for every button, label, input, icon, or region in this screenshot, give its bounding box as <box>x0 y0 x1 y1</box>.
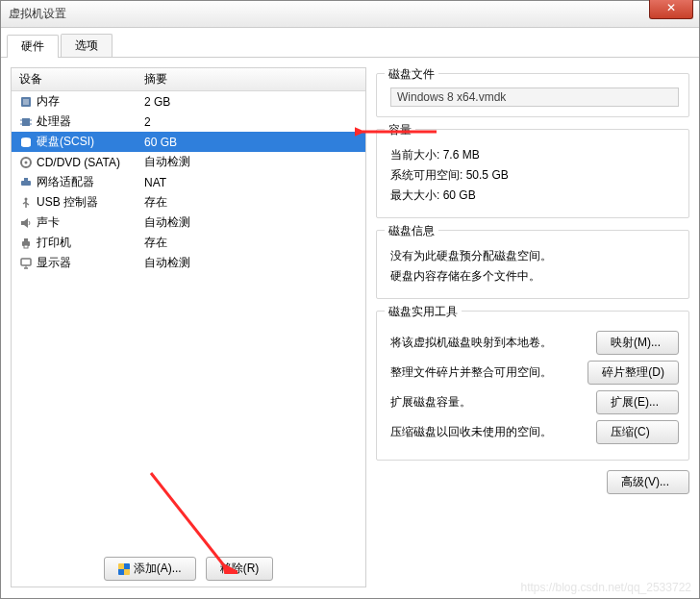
tab-options[interactable]: 选项 <box>61 34 112 57</box>
diskfile-input[interactable] <box>390 87 679 107</box>
group-capacity: 容量 当前大小: 7.6 MB 系统可用空间: 50.5 GB 最大大小: 60… <box>376 129 689 218</box>
map-label: 将该虚拟机磁盘映射到本地卷。 <box>390 335 552 351</box>
group-title-diskfile: 磁盘文件 <box>385 66 438 83</box>
svg-rect-2 <box>22 118 30 126</box>
device-name: 内存 <box>37 93 60 110</box>
group-diskinfo: 磁盘信息 没有为此硬盘预分配磁盘空间。 硬盘内容存储在多个文件中。 <box>376 230 689 299</box>
device-summary: 自动检测 <box>137 253 365 273</box>
current-size-label: 当前大小: <box>390 148 439 162</box>
free-space-label: 系统可用空间: <box>390 168 462 182</box>
device-summary: 存在 <box>137 192 365 212</box>
group-tools: 磁盘实用工具 将该虚拟机磁盘映射到本地卷。映射(M)... 整理文件碎片并整合可… <box>376 311 689 461</box>
device-name: 打印机 <box>37 235 71 251</box>
device-row[interactable]: 网络适配器NAT <box>12 172 365 192</box>
expand-label: 扩展磁盘容量。 <box>390 394 471 411</box>
device-row[interactable]: 显示器自动检测 <box>12 253 365 273</box>
device-name: 网络适配器 <box>37 174 94 190</box>
device-summary: 2 GB <box>137 91 365 112</box>
watermark: https://blog.csdn.net/qq_2533722 <box>521 581 691 594</box>
tabstrip: 硬件 选项 <box>1 28 699 58</box>
expand-button[interactable]: 扩展(E)... <box>596 390 679 414</box>
svg-rect-1 <box>23 99 29 105</box>
device-row[interactable]: 硬盘(SCSI)60 GB <box>12 132 365 152</box>
device-summary: 存在 <box>137 233 365 253</box>
tab-hardware[interactable]: 硬件 <box>7 35 59 58</box>
defrag-label: 整理文件碎片并整合可用空间。 <box>390 364 552 381</box>
diskinfo-line2: 硬盘内容存储在多个文件中。 <box>390 268 679 285</box>
col-device[interactable]: 设备 <box>12 68 137 91</box>
device-row[interactable]: USB 控制器存在 <box>12 192 365 212</box>
svg-rect-19 <box>24 238 28 241</box>
device-summary: 2 <box>137 112 365 132</box>
add-button[interactable]: 添加(A)... <box>104 557 196 581</box>
compact-button[interactable]: 压缩(C) <box>596 420 679 444</box>
device-panel: 设备 摘要 内存2 GB处理器2硬盘(SCSI)60 GBCD/DVD (SAT… <box>11 67 366 587</box>
group-title-tools: 磁盘实用工具 <box>385 304 462 320</box>
titlebar: 虚拟机设置 ✕ <box>1 1 699 28</box>
defrag-button[interactable]: 碎片整理(D) <box>588 361 679 385</box>
device-row[interactable]: CD/DVD (SATA)自动检测 <box>12 152 365 172</box>
device-row[interactable]: 内存2 GB <box>12 91 365 112</box>
svg-point-11 <box>25 161 28 163</box>
svg-rect-21 <box>21 259 31 265</box>
device-name: 硬盘(SCSI) <box>37 134 94 150</box>
device-name: 处理器 <box>37 113 71 130</box>
remove-button[interactable]: 移除(R) <box>206 557 274 581</box>
device-name: 显示器 <box>37 255 71 271</box>
device-name: 声卡 <box>37 214 60 231</box>
device-name: CD/DVD (SATA) <box>37 156 120 169</box>
device-row[interactable]: 打印机存在 <box>12 233 365 253</box>
device-table: 设备 摘要 内存2 GB处理器2硬盘(SCSI)60 GBCD/DVD (SAT… <box>12 68 365 273</box>
advanced-button[interactable]: 高级(V)... <box>607 470 689 494</box>
group-title-diskinfo: 磁盘信息 <box>385 223 438 239</box>
max-size-value: 60 GB <box>443 188 476 202</box>
device-summary: 自动检测 <box>137 152 365 172</box>
close-icon[interactable]: ✕ <box>649 0 693 19</box>
device-name: USB 控制器 <box>37 194 98 211</box>
device-summary: 60 GB <box>137 132 365 152</box>
svg-rect-13 <box>24 178 28 181</box>
col-summary[interactable]: 摘要 <box>137 68 365 91</box>
svg-rect-20 <box>24 245 28 248</box>
svg-rect-12 <box>21 181 31 186</box>
current-size-value: 7.6 MB <box>443 148 480 162</box>
window-title: 虚拟机设置 <box>9 6 66 22</box>
group-diskfile: 磁盘文件 <box>376 73 689 117</box>
max-size-label: 最大大小: <box>390 188 439 202</box>
diskinfo-line1: 没有为此硬盘预分配磁盘空间。 <box>390 248 679 264</box>
device-summary: 自动检测 <box>137 212 365 233</box>
group-title-capacity: 容量 <box>385 122 415 138</box>
shield-icon <box>118 563 130 575</box>
map-button[interactable]: 映射(M)... <box>596 331 679 355</box>
free-space-value: 50.5 GB <box>466 168 509 182</box>
device-summary: NAT <box>137 172 365 192</box>
svg-point-9 <box>21 143 31 147</box>
device-row[interactable]: 处理器2 <box>12 112 365 132</box>
compact-label: 压缩磁盘以回收未使用的空间。 <box>390 424 552 440</box>
device-row[interactable]: 声卡自动检测 <box>12 212 365 233</box>
detail-panel: 磁盘文件 容量 当前大小: 7.6 MB 系统可用空间: 50.5 GB 最大大… <box>376 67 689 587</box>
